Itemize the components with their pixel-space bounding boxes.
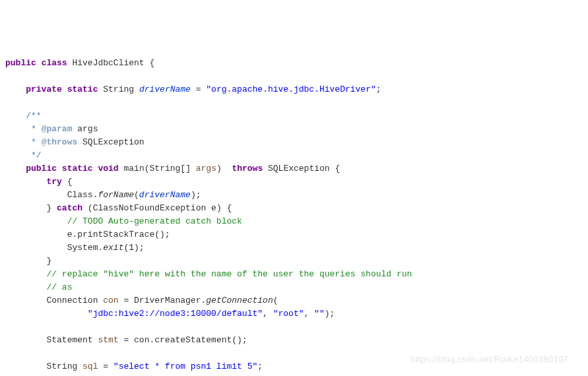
keyword-public: public: [5, 58, 36, 68]
brace: {: [335, 164, 340, 173]
javadoc-throws-tag: @throws: [42, 137, 78, 147]
string-literal: "org.apache.hive.jdbc.HiveDriver": [206, 84, 376, 94]
type-string: String: [46, 361, 82, 371]
lparen: (: [134, 190, 139, 200]
type-connection: Connection: [46, 296, 103, 305]
semicolon: ;: [257, 361, 263, 371]
type-statement: Statement: [46, 335, 98, 345]
rparen: );: [191, 190, 201, 200]
param-type: String[]: [150, 164, 191, 173]
lparen: (: [273, 296, 278, 305]
exit-args: (1);: [123, 243, 144, 253]
keyword-catch: catch: [57, 203, 82, 213]
eq: =: [98, 361, 113, 371]
brace: {: [62, 177, 73, 187]
keyword-throws: throws: [232, 164, 263, 173]
catch-params: (ClassNotFoundException e) {: [82, 203, 232, 213]
code-block: public class HiveJdbcClient { private st…: [5, 57, 583, 376]
field-drivername: driverName: [139, 84, 191, 94]
system-ref: System.: [67, 243, 104, 253]
comment-replace-2: // as: [46, 282, 72, 292]
keyword-class: class: [42, 58, 67, 68]
equals: =: [191, 84, 206, 94]
javadoc-star: *: [26, 124, 41, 134]
comment-replace-1: // replace "hive" here with the name of …: [46, 269, 412, 279]
param-args: args: [191, 164, 216, 173]
string-jdbc-url: "jdbc:hive2://node3:10000/default": [88, 309, 263, 319]
string-password: "": [314, 309, 325, 319]
string-user: "root": [273, 309, 304, 319]
rparen: );: [325, 309, 335, 319]
lparen: (: [145, 164, 150, 173]
method-exit: exit: [103, 243, 123, 253]
var-sql: sql: [82, 361, 98, 371]
keyword-void: void: [98, 164, 118, 173]
semicolon: ;: [376, 84, 381, 94]
keyword-private: private: [26, 84, 62, 94]
brace: }: [46, 256, 51, 266]
stmt-printstacktrace: e.printStackTrace();: [67, 230, 170, 239]
javadoc-close: */: [26, 150, 41, 160]
var-stmt: stmt: [98, 335, 118, 345]
type-string: String: [103, 84, 134, 94]
string-sql: "select * from psn1 limit 5": [114, 361, 257, 371]
comment-todo: // TODO Auto-generated catch block: [67, 216, 242, 226]
javadoc-param-tag: @param: [42, 124, 73, 134]
comma: ,: [263, 309, 273, 319]
eq-drivermanager: = DriverManager.: [119, 296, 207, 305]
comma: ,: [304, 309, 315, 319]
stmt-create: = con.createStatement();: [119, 335, 247, 345]
method-getconnection: getConnection: [206, 296, 273, 305]
brace: {: [149, 58, 154, 68]
brace: }: [46, 203, 57, 213]
arg-drivername: driverName: [139, 190, 191, 200]
method-forname: forName: [98, 190, 134, 200]
var-con: con: [103, 296, 118, 305]
javadoc-open: /**: [26, 111, 41, 121]
ex-type: SQLException: [268, 164, 330, 173]
class-name: HiveJdbcClient: [72, 58, 144, 68]
javadoc-throws-name: SQLException: [77, 137, 144, 147]
keyword-static: static: [67, 84, 98, 94]
keyword-public: public: [26, 164, 57, 173]
javadoc-param-name: args: [72, 124, 98, 134]
class-ref: Class.: [67, 190, 98, 200]
keyword-try: try: [46, 177, 61, 187]
keyword-static: static: [62, 164, 93, 173]
javadoc-star: *: [26, 137, 41, 147]
method-main: main: [124, 164, 145, 173]
rparen: ): [216, 164, 222, 173]
